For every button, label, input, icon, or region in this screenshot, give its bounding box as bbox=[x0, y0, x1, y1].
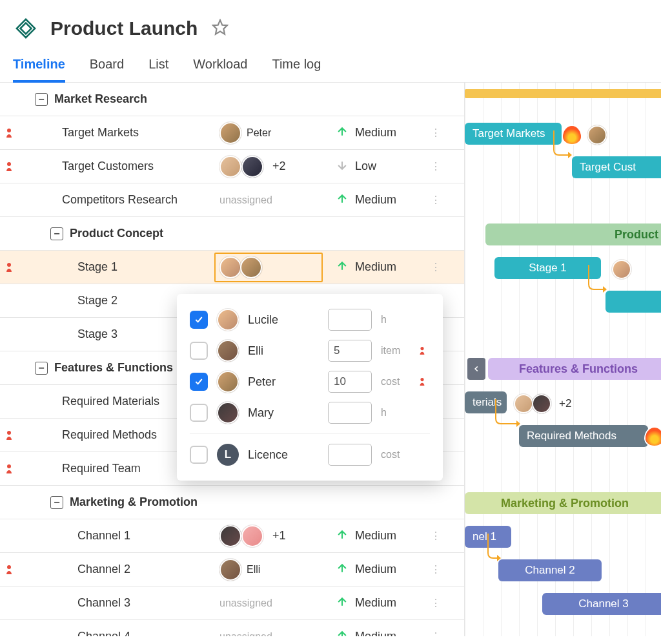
allocation-input[interactable] bbox=[328, 340, 372, 362]
overload-icon bbox=[418, 376, 430, 388]
collapse-group-button[interactable]: − bbox=[35, 362, 48, 375]
checkbox[interactable] bbox=[190, 446, 208, 464]
priority-cell[interactable]: Medium bbox=[336, 260, 426, 275]
avatar bbox=[241, 156, 263, 178]
assignee-cell[interactable]: +2 bbox=[219, 156, 336, 178]
task-name: Competitors Research bbox=[62, 193, 178, 207]
dependency-link bbox=[492, 399, 524, 431]
gantt-chart[interactable]: Target Markets Target Cust Product Stage… bbox=[465, 83, 661, 636]
task-row[interactable]: Stage 1 Medium ⋮ bbox=[0, 251, 464, 284]
assignee-cell[interactable]: unassigned bbox=[219, 194, 336, 206]
resource-option[interactable]: L Licence cost bbox=[190, 439, 430, 470]
priority-cell[interactable]: Medium bbox=[336, 562, 426, 577]
allocation-input[interactable] bbox=[328, 402, 372, 424]
group-row[interactable]: − Product Concept bbox=[0, 217, 464, 251]
group-row[interactable]: − Marketing & Promotion bbox=[0, 486, 464, 519]
avatar bbox=[217, 309, 239, 331]
gantt-task-bar[interactable]: Required Methods bbox=[519, 425, 648, 447]
assignee-option[interactable]: Lucile h bbox=[190, 304, 430, 335]
assignee-option[interactable]: Elli item bbox=[190, 335, 430, 366]
task-name: Stage 2 bbox=[77, 294, 117, 307]
task-name: Required Methods bbox=[62, 428, 157, 442]
row-menu-button[interactable]: ⋮ bbox=[426, 127, 445, 139]
priority-cell[interactable]: Medium bbox=[336, 629, 426, 637]
row-menu-button[interactable]: ⋮ bbox=[426, 630, 445, 636]
svg-rect-1 bbox=[21, 23, 32, 34]
tab-timeline[interactable]: Timeline bbox=[13, 57, 65, 82]
avatar bbox=[217, 371, 239, 393]
tab-list[interactable]: List bbox=[148, 57, 168, 82]
task-name: Stage 1 bbox=[77, 260, 117, 274]
row-menu-button[interactable]: ⋮ bbox=[426, 563, 445, 576]
gantt-collapse-button[interactable] bbox=[467, 358, 485, 380]
avatar bbox=[219, 156, 241, 178]
gantt-task-bar[interactable]: Target Cust bbox=[572, 156, 661, 178]
task-row[interactable]: Channel 4 unassigned Medium ⋮ bbox=[0, 620, 464, 636]
collapse-group-button[interactable]: − bbox=[50, 496, 63, 509]
priority-cell[interactable]: Low bbox=[336, 159, 426, 174]
task-row[interactable]: Target Customers +2 Low ⋮ bbox=[0, 150, 464, 183]
assignee-cell[interactable]: Elli bbox=[219, 559, 336, 581]
priority-cell[interactable]: Medium bbox=[336, 125, 426, 141]
gantt-group-bar[interactable]: Product bbox=[485, 223, 661, 245]
group-row[interactable]: − Market Research bbox=[0, 83, 464, 116]
assignee-option[interactable]: Peter cost bbox=[190, 366, 430, 397]
task-row[interactable]: Channel 3 unassigned Medium ⋮ bbox=[0, 587, 464, 620]
favorite-star-icon[interactable] bbox=[212, 19, 229, 38]
tab-board[interactable]: Board bbox=[90, 57, 124, 82]
checkbox[interactable] bbox=[190, 404, 208, 422]
task-name: Required Team bbox=[62, 462, 141, 475]
priority-cell[interactable]: Medium bbox=[336, 192, 426, 208]
row-menu-button[interactable]: ⋮ bbox=[426, 530, 445, 542]
assignee-cell[interactable]: unassigned bbox=[219, 597, 336, 609]
arrow-up-icon bbox=[336, 260, 349, 275]
assignee-name: Mary bbox=[248, 406, 319, 420]
avatar bbox=[612, 260, 631, 279]
avatar bbox=[219, 122, 241, 144]
task-row[interactable]: Target Markets Peter Medium ⋮ bbox=[0, 116, 464, 150]
gantt-task-bar[interactable]: Channel 3 bbox=[542, 593, 661, 615]
priority-cell[interactable]: Medium bbox=[336, 528, 426, 544]
row-menu-button[interactable]: ⋮ bbox=[426, 597, 445, 609]
gantt-group-bar[interactable]: Features & Functions bbox=[488, 358, 661, 380]
tab-workload[interactable]: Workload bbox=[193, 57, 247, 82]
avatar bbox=[217, 402, 239, 424]
checkbox[interactable] bbox=[190, 342, 208, 360]
gantt-group-bar[interactable]: Marketing & Promotion bbox=[465, 492, 661, 514]
dependency-link bbox=[550, 130, 576, 163]
task-row[interactable]: Channel 2 Elli Medium ⋮ bbox=[0, 553, 464, 587]
resource-avatar: L bbox=[217, 444, 239, 466]
gantt-group-bar[interactable] bbox=[465, 89, 661, 98]
avatar bbox=[219, 256, 241, 278]
allocation-input[interactable] bbox=[328, 371, 372, 393]
gantt-task-bar[interactable]: Channel 2 bbox=[498, 559, 602, 581]
assignee-cell[interactable]: Peter bbox=[219, 122, 336, 144]
assignee-picker-popover: Lucile h Elli item Peter cost Mary h L L… bbox=[177, 294, 443, 481]
assignee-cell-active[interactable] bbox=[214, 253, 323, 282]
assignee-cell[interactable]: +1 bbox=[219, 525, 336, 547]
arrow-down-icon bbox=[336, 159, 349, 174]
task-name: Required Materials bbox=[62, 395, 159, 408]
logo-icon bbox=[13, 16, 39, 41]
row-menu-button[interactable]: ⋮ bbox=[426, 261, 445, 273]
tab-timelog[interactable]: Time log bbox=[272, 57, 321, 82]
checkbox[interactable] bbox=[190, 373, 208, 391]
row-menu-button[interactable]: ⋮ bbox=[426, 160, 445, 172]
dependency-link bbox=[585, 265, 611, 297]
avatar bbox=[532, 394, 551, 413]
allocation-input[interactable] bbox=[328, 444, 372, 466]
task-row[interactable]: Channel 1 +1 Medium ⋮ bbox=[0, 519, 464, 553]
priority-cell[interactable]: Medium bbox=[336, 596, 426, 611]
collapse-group-button[interactable]: − bbox=[35, 93, 48, 106]
gantt-task-bar[interactable] bbox=[605, 291, 661, 313]
allocation-input[interactable] bbox=[328, 309, 372, 331]
task-row[interactable]: Competitors Research unassigned Medium ⋮ bbox=[0, 183, 464, 217]
row-menu-button[interactable]: ⋮ bbox=[426, 194, 445, 206]
assignee-label: unassigned bbox=[219, 194, 272, 206]
gantt-task-bar[interactable]: Target Markets bbox=[465, 123, 562, 145]
assignee-cell[interactable]: unassigned bbox=[219, 631, 336, 637]
collapse-group-button[interactable]: − bbox=[50, 227, 63, 240]
checkbox[interactable] bbox=[190, 311, 208, 329]
unit-label: h bbox=[381, 407, 409, 419]
assignee-option[interactable]: Mary h bbox=[190, 397, 430, 428]
